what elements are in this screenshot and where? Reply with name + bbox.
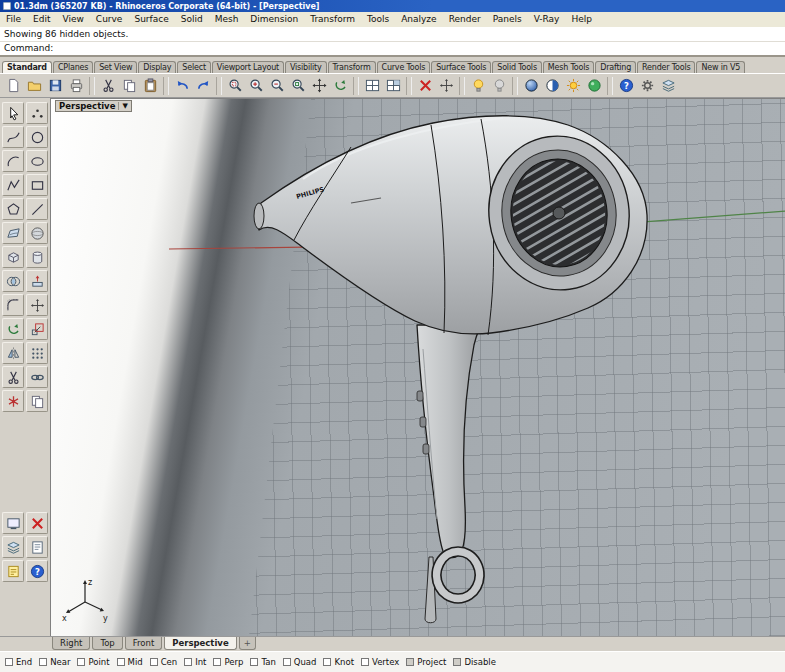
osnap-item[interactable]: Quad — [283, 657, 317, 667]
toolbar-tab[interactable]: Display — [138, 61, 176, 73]
osnap-checkbox[interactable] — [5, 658, 13, 666]
surface-icon[interactable] — [2, 222, 24, 244]
perspective-viewport[interactable]: PHILIPS Perspective ▼ z x y — [50, 98, 785, 636]
menu-item[interactable]: Curve — [90, 12, 129, 27]
chevron-down-icon[interactable]: ▼ — [118, 102, 127, 110]
scale-icon[interactable] — [26, 318, 48, 340]
gear-icon[interactable] — [637, 76, 657, 96]
fillet-icon[interactable] — [2, 294, 24, 316]
material-icon[interactable] — [584, 76, 604, 96]
new-file-icon[interactable] — [3, 76, 23, 96]
osnap-item[interactable]: Near — [39, 657, 70, 667]
toolbar-tab[interactable]: CPlanes — [53, 61, 93, 73]
undo-icon[interactable] — [172, 76, 192, 96]
menu-item[interactable]: Transform — [304, 12, 361, 27]
sphere-icon[interactable] — [26, 222, 48, 244]
toolbar-tab[interactable]: Select — [177, 61, 210, 73]
save-file-icon[interactable] — [45, 76, 65, 96]
toolbar-tab[interactable]: Render Tools — [637, 61, 695, 73]
viewport-tab[interactable]: Right — [52, 637, 90, 650]
line-icon[interactable] — [26, 198, 48, 220]
ellipse-icon[interactable] — [26, 150, 48, 172]
menu-item[interactable]: Dimension — [244, 12, 304, 27]
box-icon[interactable] — [2, 246, 24, 268]
menu-item[interactable]: Surface — [128, 12, 174, 27]
osnap-checkbox[interactable] — [453, 658, 461, 666]
osnap-item[interactable]: Disable — [453, 657, 496, 667]
viewport-tab[interactable]: Perspective — [164, 637, 236, 650]
command-prompt-line[interactable]: Command: — [0, 42, 785, 57]
menu-item[interactable]: Analyze — [395, 12, 442, 27]
polyline-icon[interactable] — [2, 174, 24, 196]
osnap-checkbox[interactable] — [361, 658, 369, 666]
extrude-icon[interactable] — [26, 270, 48, 292]
toolbar-tab[interactable]: Solid Tools — [492, 61, 542, 73]
osnap-item[interactable]: Point — [77, 657, 109, 667]
curve-icon[interactable] — [2, 126, 24, 148]
handle-switch-1[interactable] — [417, 391, 423, 401]
copy-icon[interactable] — [119, 76, 139, 96]
zoom-in-icon[interactable] — [246, 76, 266, 96]
rotate-view-icon[interactable] — [330, 76, 350, 96]
redo-icon[interactable] — [193, 76, 213, 96]
osnap-checkbox[interactable] — [406, 658, 414, 666]
lamp-on-icon[interactable] — [468, 76, 488, 96]
menu-item[interactable]: Panels — [487, 12, 528, 27]
osnap-item[interactable]: Project — [406, 657, 446, 667]
four-view-icon[interactable] — [383, 76, 403, 96]
render-icon[interactable] — [521, 76, 541, 96]
layers-icon[interactable] — [658, 76, 678, 96]
notes-panel-icon[interactable] — [2, 560, 24, 582]
osnap-checkbox[interactable] — [250, 658, 258, 666]
cylinder-icon[interactable] — [26, 246, 48, 268]
move-icon[interactable] — [26, 294, 48, 316]
osnap-item[interactable]: Int — [184, 657, 206, 667]
osnap-checkbox[interactable] — [283, 658, 291, 666]
select-arrow-icon[interactable] — [2, 102, 24, 124]
osnap-checkbox[interactable] — [213, 658, 221, 666]
zoom-window-icon[interactable] — [225, 76, 245, 96]
properties-panel-icon[interactable] — [26, 536, 48, 558]
zoom-extents-icon[interactable] — [288, 76, 308, 96]
circle-icon[interactable] — [26, 126, 48, 148]
render-preview-icon[interactable] — [542, 76, 562, 96]
viewport-layout-icon[interactable] — [362, 76, 382, 96]
paste-icon[interactable] — [140, 76, 160, 96]
menu-item[interactable]: Tools — [361, 12, 395, 27]
osnap-item[interactable]: Vertex — [361, 657, 399, 667]
array-icon[interactable] — [26, 342, 48, 364]
layers-panel-icon[interactable] — [2, 536, 24, 558]
boolean-icon[interactable] — [2, 270, 24, 292]
help-panel-icon[interactable]: ? — [26, 560, 48, 582]
toolbar-tab[interactable]: Curve Tools — [377, 61, 431, 73]
menu-item[interactable]: Mesh — [209, 12, 245, 27]
explode-icon[interactable] — [2, 390, 24, 412]
toolbar-tab[interactable]: Mesh Tools — [543, 61, 594, 73]
handle-switch-2[interactable] — [420, 417, 426, 427]
toolbar-tab[interactable]: Standard — [2, 61, 52, 73]
move-icon[interactable] — [436, 76, 456, 96]
toolbar-tab[interactable]: New in V5 — [696, 61, 745, 73]
menu-item[interactable]: View — [57, 12, 90, 27]
toolbar-tab[interactable]: Transform — [328, 61, 376, 73]
osnap-item[interactable]: Mid — [117, 657, 143, 667]
print-icon[interactable] — [66, 76, 86, 96]
osnap-item[interactable]: End — [5, 657, 32, 667]
osnap-item[interactable]: Cen — [150, 657, 178, 667]
rectangle-icon[interactable] — [26, 174, 48, 196]
hair-dryer-model[interactable]: PHILIPS — [254, 116, 656, 623]
cut-icon[interactable] — [98, 76, 118, 96]
join-icon[interactable] — [26, 366, 48, 388]
new-viewport-tab[interactable]: + — [239, 637, 256, 650]
delete-icon[interactable] — [415, 76, 435, 96]
toolbar-tab[interactable]: Surface Tools — [431, 61, 491, 73]
question-icon[interactable]: ? — [616, 76, 636, 96]
handle-switch-3[interactable] — [423, 444, 429, 454]
osnap-item[interactable]: Perp — [213, 657, 243, 667]
lamp-off-icon[interactable] — [489, 76, 509, 96]
polygon-icon[interactable] — [2, 198, 24, 220]
toolbar-tab[interactable]: Set View — [94, 61, 137, 73]
zoom-out-icon[interactable] — [267, 76, 287, 96]
osnap-checkbox[interactable] — [117, 658, 125, 666]
menu-item[interactable]: V-Ray — [528, 12, 566, 27]
